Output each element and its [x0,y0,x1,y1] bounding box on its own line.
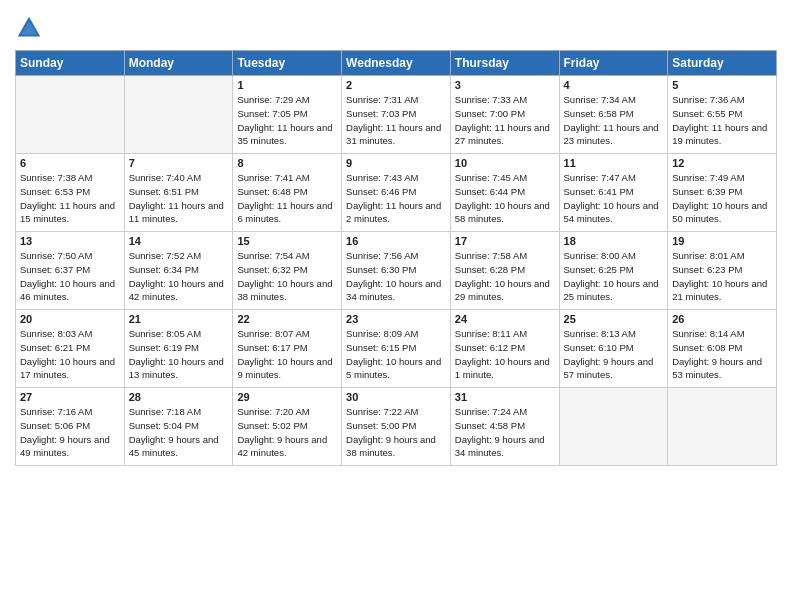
day-info: Sunrise: 7:20 AMSunset: 5:02 PMDaylight:… [237,405,337,460]
day-info: Sunrise: 7:45 AMSunset: 6:44 PMDaylight:… [455,171,555,226]
calendar-cell: 21Sunrise: 8:05 AMSunset: 6:19 PMDayligh… [124,310,233,388]
day-number: 15 [237,235,337,247]
day-info: Sunrise: 8:09 AMSunset: 6:15 PMDaylight:… [346,327,446,382]
weekday-header-saturday: Saturday [668,51,777,76]
day-number: 31 [455,391,555,403]
calendar-cell: 28Sunrise: 7:18 AMSunset: 5:04 PMDayligh… [124,388,233,466]
week-row-1: 1Sunrise: 7:29 AMSunset: 7:05 PMDaylight… [16,76,777,154]
day-number: 10 [455,157,555,169]
calendar-cell: 30Sunrise: 7:22 AMSunset: 5:00 PMDayligh… [342,388,451,466]
calendar-cell: 25Sunrise: 8:13 AMSunset: 6:10 PMDayligh… [559,310,668,388]
day-info: Sunrise: 7:22 AMSunset: 5:00 PMDaylight:… [346,405,446,460]
week-row-2: 6Sunrise: 7:38 AMSunset: 6:53 PMDaylight… [16,154,777,232]
day-number: 5 [672,79,772,91]
day-info: Sunrise: 8:05 AMSunset: 6:19 PMDaylight:… [129,327,229,382]
day-number: 14 [129,235,229,247]
calendar-cell [559,388,668,466]
day-info: Sunrise: 7:49 AMSunset: 6:39 PMDaylight:… [672,171,772,226]
day-number: 13 [20,235,120,247]
calendar-cell: 17Sunrise: 7:58 AMSunset: 6:28 PMDayligh… [450,232,559,310]
day-info: Sunrise: 7:18 AMSunset: 5:04 PMDaylight:… [129,405,229,460]
calendar-cell: 2Sunrise: 7:31 AMSunset: 7:03 PMDaylight… [342,76,451,154]
weekday-header-sunday: Sunday [16,51,125,76]
day-info: Sunrise: 7:34 AMSunset: 6:58 PMDaylight:… [564,93,664,148]
day-number: 20 [20,313,120,325]
day-info: Sunrise: 7:43 AMSunset: 6:46 PMDaylight:… [346,171,446,226]
calendar-cell: 15Sunrise: 7:54 AMSunset: 6:32 PMDayligh… [233,232,342,310]
day-number: 3 [455,79,555,91]
day-number: 18 [564,235,664,247]
day-number: 12 [672,157,772,169]
calendar-cell: 3Sunrise: 7:33 AMSunset: 7:00 PMDaylight… [450,76,559,154]
day-number: 28 [129,391,229,403]
calendar-cell: 4Sunrise: 7:34 AMSunset: 6:58 PMDaylight… [559,76,668,154]
logo-icon [15,14,43,42]
calendar-cell: 1Sunrise: 7:29 AMSunset: 7:05 PMDaylight… [233,76,342,154]
day-info: Sunrise: 7:29 AMSunset: 7:05 PMDaylight:… [237,93,337,148]
calendar-cell: 9Sunrise: 7:43 AMSunset: 6:46 PMDaylight… [342,154,451,232]
day-number: 27 [20,391,120,403]
calendar-cell: 13Sunrise: 7:50 AMSunset: 6:37 PMDayligh… [16,232,125,310]
day-info: Sunrise: 8:14 AMSunset: 6:08 PMDaylight:… [672,327,772,382]
day-info: Sunrise: 7:58 AMSunset: 6:28 PMDaylight:… [455,249,555,304]
weekday-header-row: SundayMondayTuesdayWednesdayThursdayFrid… [16,51,777,76]
day-number: 24 [455,313,555,325]
day-number: 8 [237,157,337,169]
day-number: 6 [20,157,120,169]
calendar-table: SundayMondayTuesdayWednesdayThursdayFrid… [15,50,777,466]
day-number: 11 [564,157,664,169]
day-number: 29 [237,391,337,403]
calendar-cell: 7Sunrise: 7:40 AMSunset: 6:51 PMDaylight… [124,154,233,232]
day-info: Sunrise: 7:50 AMSunset: 6:37 PMDaylight:… [20,249,120,304]
weekday-header-wednesday: Wednesday [342,51,451,76]
calendar-cell: 26Sunrise: 8:14 AMSunset: 6:08 PMDayligh… [668,310,777,388]
day-info: Sunrise: 7:38 AMSunset: 6:53 PMDaylight:… [20,171,120,226]
day-info: Sunrise: 7:47 AMSunset: 6:41 PMDaylight:… [564,171,664,226]
day-info: Sunrise: 8:11 AMSunset: 6:12 PMDaylight:… [455,327,555,382]
day-info: Sunrise: 7:54 AMSunset: 6:32 PMDaylight:… [237,249,337,304]
week-row-5: 27Sunrise: 7:16 AMSunset: 5:06 PMDayligh… [16,388,777,466]
day-number: 1 [237,79,337,91]
logo [15,14,45,42]
weekday-header-thursday: Thursday [450,51,559,76]
calendar-cell: 29Sunrise: 7:20 AMSunset: 5:02 PMDayligh… [233,388,342,466]
calendar-cell: 27Sunrise: 7:16 AMSunset: 5:06 PMDayligh… [16,388,125,466]
day-info: Sunrise: 7:36 AMSunset: 6:55 PMDaylight:… [672,93,772,148]
day-info: Sunrise: 7:16 AMSunset: 5:06 PMDaylight:… [20,405,120,460]
calendar-container: SundayMondayTuesdayWednesdayThursdayFrid… [0,0,792,476]
day-info: Sunrise: 7:24 AMSunset: 4:58 PMDaylight:… [455,405,555,460]
calendar-cell: 31Sunrise: 7:24 AMSunset: 4:58 PMDayligh… [450,388,559,466]
calendar-cell: 24Sunrise: 8:11 AMSunset: 6:12 PMDayligh… [450,310,559,388]
calendar-cell: 8Sunrise: 7:41 AMSunset: 6:48 PMDaylight… [233,154,342,232]
day-number: 22 [237,313,337,325]
day-info: Sunrise: 8:13 AMSunset: 6:10 PMDaylight:… [564,327,664,382]
weekday-header-monday: Monday [124,51,233,76]
day-number: 26 [672,313,772,325]
week-row-4: 20Sunrise: 8:03 AMSunset: 6:21 PMDayligh… [16,310,777,388]
calendar-cell: 18Sunrise: 8:00 AMSunset: 6:25 PMDayligh… [559,232,668,310]
calendar-cell: 16Sunrise: 7:56 AMSunset: 6:30 PMDayligh… [342,232,451,310]
day-number: 4 [564,79,664,91]
day-info: Sunrise: 7:31 AMSunset: 7:03 PMDaylight:… [346,93,446,148]
day-number: 21 [129,313,229,325]
calendar-cell: 5Sunrise: 7:36 AMSunset: 6:55 PMDaylight… [668,76,777,154]
weekday-header-tuesday: Tuesday [233,51,342,76]
day-number: 17 [455,235,555,247]
calendar-cell: 19Sunrise: 8:01 AMSunset: 6:23 PMDayligh… [668,232,777,310]
day-info: Sunrise: 7:40 AMSunset: 6:51 PMDaylight:… [129,171,229,226]
calendar-cell: 23Sunrise: 8:09 AMSunset: 6:15 PMDayligh… [342,310,451,388]
calendar-cell: 12Sunrise: 7:49 AMSunset: 6:39 PMDayligh… [668,154,777,232]
calendar-cell: 20Sunrise: 8:03 AMSunset: 6:21 PMDayligh… [16,310,125,388]
calendar-cell [16,76,125,154]
day-number: 25 [564,313,664,325]
day-number: 30 [346,391,446,403]
day-info: Sunrise: 7:41 AMSunset: 6:48 PMDaylight:… [237,171,337,226]
day-number: 19 [672,235,772,247]
calendar-cell: 22Sunrise: 8:07 AMSunset: 6:17 PMDayligh… [233,310,342,388]
calendar-cell [124,76,233,154]
day-number: 16 [346,235,446,247]
day-info: Sunrise: 8:03 AMSunset: 6:21 PMDaylight:… [20,327,120,382]
day-number: 7 [129,157,229,169]
calendar-header [15,10,777,42]
week-row-3: 13Sunrise: 7:50 AMSunset: 6:37 PMDayligh… [16,232,777,310]
